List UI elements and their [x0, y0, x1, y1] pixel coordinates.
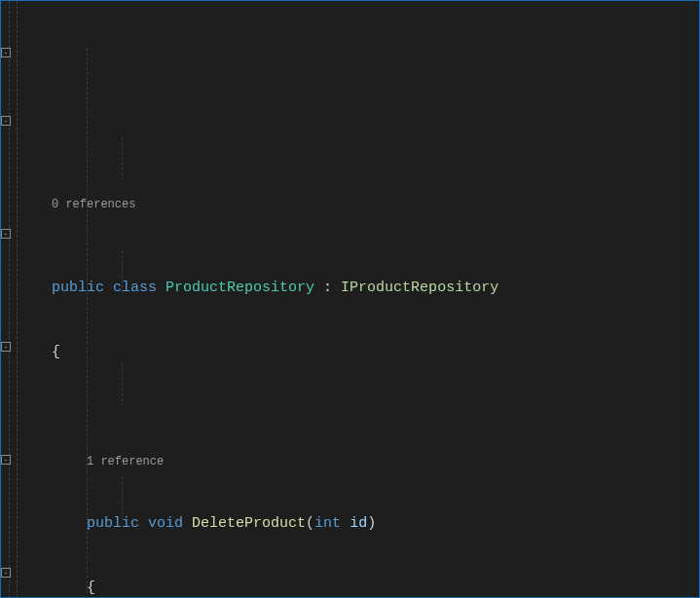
fold-icon[interactable]: - [1, 568, 11, 578]
gutter: - - - - - - [1, 1, 28, 597]
class-declaration: public class ProductRepository : IProduc… [28, 278, 699, 299]
method-delete-signature: public void DeleteProduct(int id) [28, 513, 699, 535]
fold-icon[interactable]: - [1, 48, 11, 57]
codelens-delete[interactable]: 1 reference [28, 453, 699, 470]
brace-open: { [28, 578, 699, 598]
fold-icon[interactable]: - [1, 455, 11, 465]
fold-icon[interactable]: - [1, 229, 11, 239]
codelens-class[interactable]: 0 references [28, 196, 699, 213]
brace-open: { [28, 342, 699, 363]
fold-icon[interactable]: - [1, 342, 11, 352]
fold-icon[interactable]: - [1, 116, 11, 126]
code-editor[interactable]: - - - - - - 0 references public class Pr… [1, 1, 699, 597]
code-area[interactable]: 0 references public class ProductReposit… [28, 1, 699, 597]
